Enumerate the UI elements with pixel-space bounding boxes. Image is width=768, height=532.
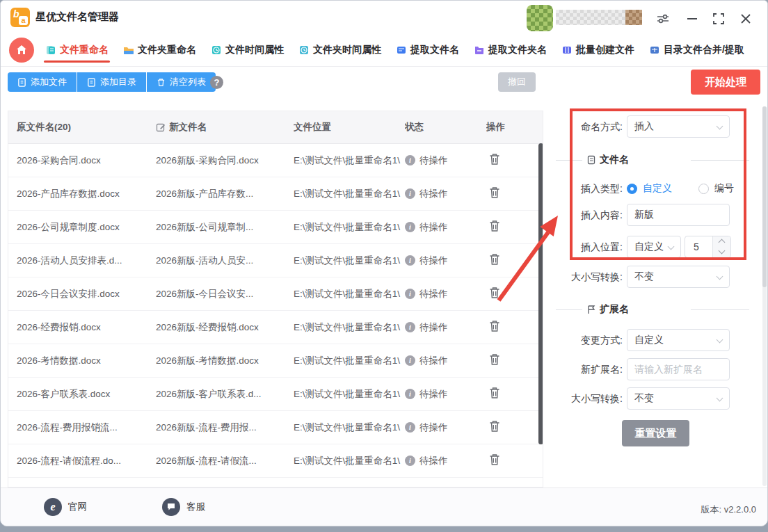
delete-row-button[interactable] bbox=[488, 186, 502, 200]
support-link[interactable]: 客服 bbox=[162, 498, 205, 516]
col-action: 操作 bbox=[486, 121, 543, 134]
delete-row-button[interactable] bbox=[488, 286, 502, 300]
insert-position-select[interactable]: 自定义 bbox=[627, 236, 681, 258]
clear-list-button[interactable]: 清空列表 bbox=[147, 72, 216, 92]
stepper-value[interactable]: 5 bbox=[685, 236, 712, 257]
cell-status: i待操作 bbox=[405, 388, 486, 401]
delete-row-button[interactable] bbox=[488, 386, 502, 400]
radio-number[interactable] bbox=[698, 184, 709, 194]
add-directory-button[interactable]: 添加目录 bbox=[77, 72, 146, 92]
tab-extract-filename[interactable]: 提取文件名 bbox=[396, 34, 459, 66]
extension-case-select[interactable]: 不变 bbox=[627, 387, 730, 410]
tab-label: 目录文件合并/提取 bbox=[664, 44, 744, 56]
filename-case-select[interactable]: 不变 bbox=[627, 266, 730, 288]
help-button[interactable]: ? bbox=[210, 76, 223, 89]
table-row: 2026-考情数据.docx 2026新版-考情数据.docx E:\测试文件\… bbox=[8, 344, 543, 378]
website-link[interactable]: e 官网 bbox=[44, 498, 87, 516]
insert-content-row: 插入内容: bbox=[550, 204, 768, 226]
file-table: 原文件名(20) 新文件名 文件位置 状态 操作 2026-采购合同.docx … bbox=[8, 111, 543, 487]
col-file-path: 文件位置 bbox=[294, 121, 405, 134]
tab-label: 提取文件夹名 bbox=[488, 44, 547, 56]
cell-status: i待操作 bbox=[405, 321, 486, 334]
radio-number-label[interactable]: 编号 bbox=[714, 182, 734, 195]
delete-row-button[interactable] bbox=[488, 419, 502, 433]
cell-new-name: 2026新版-活动人员安... bbox=[156, 255, 294, 267]
app-logo-icon: ba bbox=[10, 8, 30, 27]
delete-row-button[interactable] bbox=[488, 252, 502, 266]
extract-filename-icon bbox=[396, 45, 407, 56]
naming-mode-select[interactable]: 插入 bbox=[627, 115, 730, 138]
naming-mode-row: 命名方式: 插入 bbox=[550, 115, 768, 138]
cell-new-name: 2026新版-流程-请假流... bbox=[156, 455, 294, 467]
table-row: 2026-公司规章制度.docx 2026新版-公司规章制... E:\测试文件… bbox=[8, 211, 543, 244]
table-row: 2026-今日会议安排.docx 2026新版-今日会议安... E:\测试文件… bbox=[8, 277, 543, 311]
cell-file-path: E:\测试文件\批量重命名1\ bbox=[294, 455, 405, 467]
filename-section-title: 文件名 bbox=[600, 154, 629, 166]
add-file-button[interactable]: 添加文件 bbox=[8, 72, 77, 92]
cell-file-path: E:\测试文件\批量重命名1\ bbox=[294, 188, 405, 200]
tab-file-rename[interactable]: 文件重命名 bbox=[45, 34, 109, 66]
tab-file-time[interactable]: 文件时间属性 bbox=[211, 34, 284, 66]
clear-list-label: 清空列表 bbox=[170, 76, 206, 88]
settings-scrollbar[interactable] bbox=[762, 106, 767, 486]
filename-case-label: 大小写转换: bbox=[550, 266, 623, 288]
insert-position-stepper: 5 bbox=[685, 236, 731, 258]
cell-file-path: E:\测试文件\批量重命名1\ bbox=[294, 355, 405, 367]
tab-folder-rename[interactable]: 文件夹重命名 bbox=[123, 34, 196, 66]
cell-status: i待操作 bbox=[405, 154, 486, 167]
new-extension-row: 新扩展名: bbox=[550, 358, 768, 380]
tab-label: 文件夹重命名 bbox=[138, 44, 196, 56]
minimize-button[interactable] bbox=[685, 11, 700, 26]
col-new-name: 新文件名 bbox=[156, 121, 294, 134]
tab-extract-foldername[interactable]: 提取文件夹名 bbox=[474, 34, 547, 66]
delete-row-button[interactable] bbox=[488, 353, 502, 366]
change-mode-row: 变更方式: 自定义 bbox=[550, 329, 768, 351]
close-button[interactable] bbox=[738, 11, 753, 26]
stepper-down-button[interactable] bbox=[713, 247, 730, 257]
radio-custom-label[interactable]: 自定义 bbox=[643, 182, 672, 195]
batch-create-icon bbox=[561, 45, 573, 56]
cell-file-path: E:\测试文件\批量重命名1\ bbox=[294, 255, 405, 267]
extension-case-row: 大小写转换: 不变 bbox=[550, 387, 768, 410]
filename-section-divider: 文件名 bbox=[550, 154, 768, 166]
start-process-button[interactable]: 开始处理 bbox=[691, 70, 760, 95]
add-directory-label: 添加目录 bbox=[100, 76, 136, 88]
cell-new-name: 2026新版-采购合同.docx bbox=[156, 154, 294, 167]
delete-row-button[interactable] bbox=[488, 453, 502, 467]
settings-sliders-button[interactable] bbox=[655, 11, 671, 26]
change-mode-select[interactable]: 自定义 bbox=[627, 329, 730, 351]
tab-folder-time[interactable]: 文件夹时间属性 bbox=[298, 34, 381, 66]
extract-foldername-icon bbox=[474, 45, 485, 56]
cell-status: i待操作 bbox=[405, 288, 486, 300]
radio-custom[interactable] bbox=[627, 184, 637, 194]
table-row: 2026-客户联系表.docx 2026新版-客户联系表.d... E:\测试文… bbox=[8, 378, 543, 411]
delete-row-button[interactable] bbox=[488, 219, 502, 233]
title-bar: ba 星优文件名管理器 bbox=[1, 1, 767, 34]
extension-section-title: 扩展名 bbox=[600, 303, 629, 316]
user-avatar[interactable] bbox=[527, 5, 553, 31]
col-status: 状态 bbox=[405, 121, 486, 134]
insert-content-input[interactable] bbox=[627, 204, 730, 226]
stepper-up-button[interactable] bbox=[713, 236, 730, 247]
tab-merge-extract[interactable]: 目录文件合并/提取 bbox=[649, 34, 744, 66]
delete-row-button[interactable] bbox=[488, 152, 502, 166]
cell-new-name: 2026新版-流程-费用报... bbox=[156, 421, 294, 434]
censored-user-badge bbox=[625, 10, 642, 25]
sliders-icon bbox=[657, 13, 669, 25]
cell-file-path: E:\测试文件\批量重命名1\ bbox=[294, 154, 405, 167]
cell-status: i待操作 bbox=[405, 455, 486, 467]
extension-section-icon bbox=[586, 305, 596, 314]
tab-label: 提取文件名 bbox=[410, 44, 459, 56]
new-extension-input[interactable] bbox=[627, 358, 730, 380]
cell-original-name: 2026-流程-请假流程.do... bbox=[17, 455, 156, 467]
directory-icon bbox=[87, 78, 96, 87]
tab-batch-create[interactable]: 批量创建文件 bbox=[561, 34, 634, 66]
table-scrollbar[interactable] bbox=[538, 143, 543, 444]
info-icon: i bbox=[405, 322, 415, 332]
browser-icon: e bbox=[44, 498, 62, 516]
maximize-button[interactable] bbox=[711, 11, 726, 26]
undo-button[interactable]: 撤回 bbox=[498, 72, 536, 92]
reset-settings-button[interactable]: 重置设置 bbox=[622, 420, 689, 446]
home-button[interactable] bbox=[9, 38, 34, 63]
delete-row-button[interactable] bbox=[488, 319, 502, 333]
